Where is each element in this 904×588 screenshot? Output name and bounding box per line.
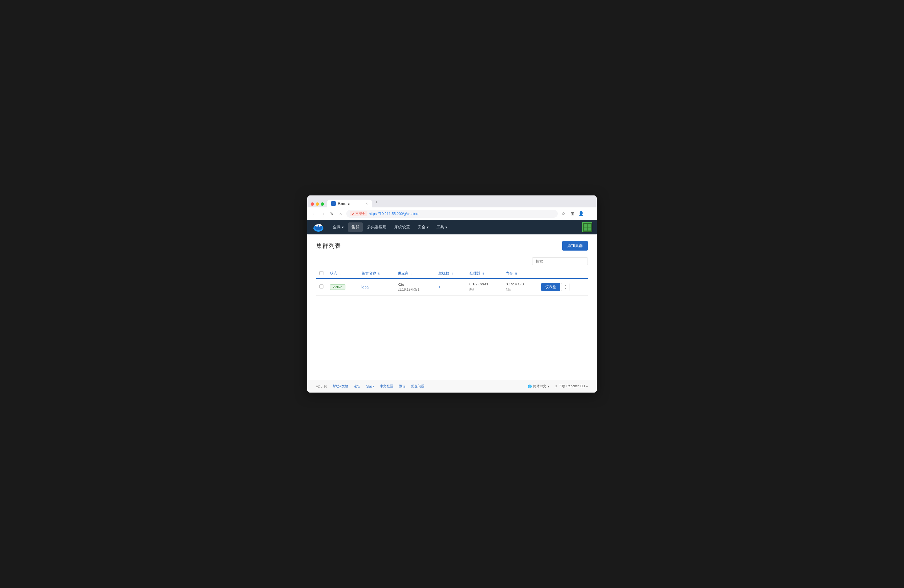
sort-nodes-icon: ⇅ [451, 272, 454, 275]
th-name-label: 集群名称 [362, 271, 376, 275]
nav-settings[interactable]: 系统设置 [391, 223, 413, 232]
tab-close-button[interactable]: × [366, 201, 368, 206]
download-chevron-icon: ▾ [586, 384, 588, 388]
nav-tools-label: 工具 [436, 224, 444, 230]
cpu-usage: 0.1/2 Cores [469, 281, 499, 287]
cpu-info: 0.1/2 Cores 5% [469, 281, 499, 292]
row-checkbox[interactable] [319, 285, 323, 288]
nav-clusters[interactable]: 集群 [348, 223, 363, 232]
tab-title: Rancher [338, 202, 351, 205]
status-badge: Active [330, 284, 345, 290]
nav-tools[interactable]: 工具 ▾ [433, 223, 450, 232]
provider-name: K3s [398, 282, 432, 287]
new-tab-button[interactable]: + [373, 198, 381, 207]
minimize-traffic-light[interactable] [316, 202, 319, 206]
footer-link-wechat[interactable]: 微信 [399, 384, 406, 389]
address-bar[interactable]: ✕ 不安全 https://10.211.55.200/g/clusters [346, 210, 558, 218]
bookmark-icon[interactable]: ☆ [560, 210, 567, 217]
search-input[interactable] [532, 257, 588, 266]
close-traffic-light[interactable] [311, 202, 314, 206]
browser-tab[interactable]: Rancher × [327, 200, 372, 207]
th-select-all[interactable] [316, 269, 327, 278]
lang-chevron-icon: ▾ [547, 384, 549, 388]
back-button[interactable]: ← [311, 210, 317, 217]
footer-right: 🌐 简体中文 ▾ ⬇ 下载 Rancher CLI ▾ [528, 384, 588, 389]
grid-cell-1 [584, 224, 587, 227]
select-all-checkbox[interactable] [319, 271, 323, 275]
footer-link-forum[interactable]: 论坛 [354, 384, 360, 389]
maximize-traffic-light[interactable] [321, 202, 324, 206]
svg-rect-2 [316, 224, 318, 227]
footer-download-cli[interactable]: ⬇ 下载 Rancher CLI ▾ [555, 384, 588, 389]
sort-status-icon: ⇅ [339, 272, 341, 275]
footer-language-selector[interactable]: 🌐 简体中文 ▾ [528, 384, 549, 389]
nav-all-label: 全局 [333, 224, 341, 230]
browser-titlebar: Rancher × + [307, 196, 597, 207]
browser-toolbar: ← → ↻ ⌂ ✕ 不安全 https://10.211.55.200/g/cl… [307, 207, 597, 220]
nav-multi-app[interactable]: 多集群应用 [364, 223, 390, 232]
top-nav: 全局 ▾ 集群 多集群应用 系统设置 安全 ▾ 工具 ▾ [307, 220, 597, 234]
nav-tools-chevron: ▾ [445, 225, 447, 229]
th-memory[interactable]: 内存 ⇅ [503, 269, 538, 278]
td-status: Active [327, 278, 358, 296]
nav-settings-label: 系统设置 [394, 224, 410, 230]
grid-cell-4 [588, 228, 591, 231]
security-label: 不安全 [356, 211, 365, 216]
provider-version: v1.19.13+k3s1 [398, 287, 432, 292]
memory-info: 0.1/2.4 GiB 3% [506, 281, 535, 292]
dashboard-button[interactable]: 仪表盘 [541, 283, 560, 291]
app-content: 全局 ▾ 集群 多集群应用 系统设置 安全 ▾ 工具 ▾ [307, 220, 597, 392]
extensions-icon[interactable]: ⊞ [569, 210, 575, 217]
th-provider[interactable]: 供应商 ⇅ [394, 269, 435, 278]
td-memory: 0.1/2.4 GiB 3% [503, 278, 538, 296]
security-badge[interactable]: ✕ 不安全 [350, 211, 367, 217]
footer-link-community[interactable]: 中文社区 [380, 384, 393, 389]
nodes-count-link[interactable]: 1 [438, 285, 440, 289]
reload-button[interactable]: ↻ [329, 210, 335, 217]
th-memory-label: 内存 [506, 271, 513, 275]
th-status-label: 状态 [330, 271, 337, 275]
home-button[interactable]: ⌂ [337, 210, 344, 217]
profile-icon[interactable]: 👤 [578, 210, 585, 217]
traffic-lights [311, 202, 324, 207]
browser-window: Rancher × + ← → ↻ ⌂ ✕ 不安全 https://10.211… [307, 196, 597, 392]
td-cpu: 0.1/2 Cores 5% [466, 278, 503, 296]
nav-security[interactable]: 安全 ▾ [414, 223, 432, 232]
menu-icon[interactable]: ⋮ [587, 210, 593, 217]
nav-clusters-label: 集群 [351, 224, 359, 230]
footer-version: v2.5.16 [316, 384, 327, 388]
row-actions: 仪表盘 ⋮ [541, 283, 585, 291]
footer-link-slack[interactable]: Slack [366, 384, 374, 388]
th-cpu[interactable]: 处理器 ⇅ [466, 269, 503, 278]
cluster-name-link[interactable]: local [362, 285, 370, 289]
nav-all[interactable]: 全局 ▾ [330, 223, 347, 232]
nav-grid-button[interactable] [582, 222, 592, 232]
cluster-table: 状态 ⇅ 集群名称 ⇅ 供应商 ⇅ 主机数 ⇅ [316, 269, 588, 296]
sort-memory-icon: ⇅ [515, 272, 517, 275]
search-row [316, 257, 588, 266]
td-checkbox[interactable] [316, 278, 327, 296]
th-nodes[interactable]: 主机数 ⇅ [435, 269, 466, 278]
page-title: 集群列表 [316, 242, 341, 250]
provider-info: K3s v1.19.13+k3s1 [398, 282, 432, 292]
more-actions-button[interactable]: ⋮ [561, 283, 569, 291]
th-actions [538, 269, 588, 278]
th-status[interactable]: 状态 ⇅ [327, 269, 358, 278]
footer-left: v2.5.16 帮助&文档 论坛 Slack 中文社区 微信 提交问题 [316, 384, 424, 389]
sort-cpu-icon: ⇅ [482, 272, 484, 275]
footer-link-help[interactable]: 帮助&文档 [333, 384, 348, 389]
sort-provider-icon: ⇅ [410, 272, 412, 275]
memory-pct: 3% [506, 287, 535, 292]
toolbar-actions: ☆ ⊞ 👤 ⋮ [560, 210, 593, 217]
forward-button[interactable]: → [319, 210, 326, 217]
logo[interactable] [312, 222, 325, 232]
th-name[interactable]: 集群名称 ⇅ [358, 269, 394, 278]
cpu-pct: 5% [469, 287, 499, 292]
add-cluster-button[interactable]: 添加集群 [562, 241, 588, 251]
table-row: Active local K3s v1.19.13+k3s1 1 [316, 278, 588, 296]
td-nodes: 1 [435, 278, 466, 296]
footer-language-label: 简体中文 [533, 384, 546, 389]
footer-link-issues[interactable]: 提交问题 [411, 384, 424, 389]
svg-rect-3 [319, 224, 321, 227]
footer: v2.5.16 帮助&文档 论坛 Slack 中文社区 微信 提交问题 🌐 简体… [307, 380, 597, 392]
